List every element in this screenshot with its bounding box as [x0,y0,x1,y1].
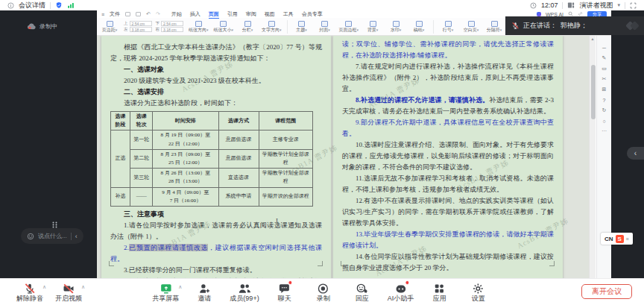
chevron-left-icon[interactable]: ‹ [75,233,78,240]
refresh-icon[interactable]: ↻ [600,107,609,113]
wps-tab-插入[interactable]: 插入 [190,10,201,19]
margin-value-input[interactable]: 3.18 cm [161,27,183,32]
toolbar-button-members[interactable]: 成员(99+) [230,282,259,302]
speaker-view-icon[interactable] [567,1,575,9]
toolbar-button-mic-muted[interactable]: ∧解除静音 [16,282,43,302]
margin-field-左[interactable]: 左3.18 cm [124,27,152,32]
wps-tab-引用[interactable]: 引用 [227,10,238,19]
doc-paragraph: 10.选课时应注意课程介绍、选课限制、面向对象。对于有先修要求的课程，应先修读先… [342,139,554,173]
margin-field-上[interactable]: 上2.54 cm [124,21,152,26]
toolbar-button-chat[interactable]: 聊天 [271,282,298,302]
toolbar-button-settings[interactable]: 设置 [465,282,492,302]
margin-field-右[interactable]: 右3.18 cm [156,27,184,32]
meeting-details-link[interactable]: 会议详情 [19,1,45,10]
doc-text-run: 10.选课时应注意课程介绍、选课限制、面向对象。对于有先修要求的课程，应先修读先… [342,141,554,171]
doc-text-run: 12.有选中不在课表显示排课时间、地点的实践实训类等课程（如认识实习/生产实习）… [342,197,554,227]
wps-tab-审阅[interactable]: 审阅 [246,10,256,19]
ribbon-button-封面[interactable]: 封面▾ [316,21,334,32]
wps-writer-window: ≡ 文件 ↶ ↷ 开始插入页面引用审阅视图工具会员专享 WPS AI 分享 [97,10,611,278]
network-signal-icon[interactable] [67,1,75,9]
history-icon[interactable]: ○ [600,118,609,124]
page-margin-mark [549,261,555,266]
chevron-down-icon: ▾ [357,28,359,32]
table-tool-icon[interactable]: ⊞ [600,87,609,92]
wps-tab-页面[interactable]: 页面 [209,10,219,19]
recording-indicator: 录制中 [27,19,57,33]
wps-tab-工具[interactable]: 工具 [283,10,294,19]
clip-icon[interactable]: ✂ [600,76,609,82]
scrollbar-thumb[interactable] [591,65,596,119]
sogou-input-icon: S [616,235,624,243]
chat-icon [279,282,291,295]
toolbar-button-record[interactable]: 录制 [310,282,337,302]
document-scrollbar[interactable]: ▲ [589,36,596,278]
toolbar-button-camera-off[interactable]: ∧开启视频 [55,282,82,302]
save-icon[interactable] [125,12,130,16]
page-margin-mark [341,261,346,266]
ime-menu-icon[interactable]: ≡ [626,236,629,242]
ribbon-label: 分栏▾ [242,28,253,32]
margin-field-下[interactable]: 下2.54 cm [156,21,184,26]
leave-meeting-button[interactable]: 离开会议 [581,284,632,299]
ribbon-button-文字方向[interactable]: 文字方向▾ [262,21,282,32]
toolbar-button-reaction[interactable]: 回应 [349,282,376,302]
ribbon-button-稿纸[interactable]: 稿纸▾ [410,21,428,32]
topbar-divider [625,2,625,9]
table-cell: 学期教学计划全部课程 [259,169,312,187]
course-selection-schedule-table: 选课 阶段选课 轮次时间安排选课方式课程范围正选第一轮8 月 19 日（09:0… [110,111,313,207]
toolbar-button-screen-share[interactable]: ∧共享屏幕 [152,282,179,302]
info-icon[interactable] [7,2,14,9]
ribbon-button-分隔符[interactable]: 分隔符▾ [485,21,503,32]
select-area-icon[interactable]: ▭ [600,66,609,72]
doc-paragraph: 8.补选通过的课程不允许退课，请谨慎补选。补选结束后，需要 2-3 天完成审核，… [342,95,554,117]
quick-chat-input[interactable]: 说点什么... [38,232,67,240]
collapse-toolbar-icon[interactable]: ─ [600,45,609,51]
view-mode-selector[interactable]: 演讲者视图 [579,1,613,10]
chevron-up-icon[interactable]: ∧ [178,284,182,290]
print-icon[interactable] [136,12,141,16]
more-icon[interactable]: ⋯ [600,128,609,134]
margin-value-input[interactable]: 2.54 cm [161,21,183,26]
wps-tab-开始[interactable]: 开始 [171,10,182,19]
chevron-down-icon[interactable]: ▾ [617,2,620,8]
ribbon-button-页边距[interactable]: 页边距▾ [101,21,119,32]
ribbon-button-纸张大小[interactable]: 纸张大小▾ [214,21,234,32]
toolbar-button-apps[interactable]: 应用 [426,282,453,302]
scroll-up-icon[interactable]: ▲ [590,36,596,42]
quick-chat-bubble[interactable]: 说点什么... ‹ [21,228,83,244]
help-icon[interactable]: ? [600,97,609,103]
collapse-panel-button[interactable]: ‹ [627,147,644,160]
ribbon-button-分栏[interactable]: 分栏▾ [239,21,256,32]
toolbar-button-label: 聊天 [278,295,291,302]
fullscreen-icon[interactable] [630,2,637,9]
undo-icon[interactable]: ↶ [146,11,151,17]
ribbon-button-背景[interactable]: 背景▾ [364,21,382,32]
pen-icon[interactable]: ✎ [600,55,609,61]
ribbon-label: 封面▾ [319,28,330,32]
toolbar-button-invite[interactable]: 邀请 [191,282,218,302]
ribbon-icon [244,21,251,27]
shield-check-icon[interactable] [55,1,63,9]
chevron-up-icon[interactable]: ∧ [42,284,46,290]
margin-value-input[interactable]: 2.54 cm [130,21,152,26]
emoji-icon[interactable] [27,230,34,243]
ribbon-button-主题[interactable]: 主题▾ [293,21,311,32]
ribbon-button-行号[interactable]: 行号▾ [439,21,457,32]
ime-indicator[interactable]: CN S ≡ [601,233,633,245]
ribbon-button-水印[interactable]: 水印▾ [387,21,405,32]
active-speaker-panel[interactable]: 正在讲话： 郭艳静； [505,16,644,35]
chevron-down-icon: ▾ [452,28,454,32]
chevron-up-icon[interactable]: ∧ [81,284,85,290]
ribbon-button-页面边框[interactable]: 页面边框▾ [339,21,359,32]
redo-icon[interactable]: ↷ [156,11,160,17]
wps-tab-视图[interactable]: 视图 [265,10,275,19]
toolbar-button-ai-assistant[interactable]: AI小助手 [388,282,414,302]
margin-value-input[interactable]: 3.18 cm [130,27,152,32]
wps-tab-会员专享[interactable]: 会员专享 [302,10,323,19]
file-menu[interactable]: 文件 [110,10,120,18]
ribbon-button-纸张方向[interactable]: 纸张方向▾ [189,21,209,32]
doc-text-run: 7.请在规定时间内进行课程补选，补选操作流程详见《本科生课程补选操作流程》（附件… [342,63,554,92]
hamburger-menu-icon[interactable]: ≡ [101,12,104,17]
ribbon-button-空白页[interactable]: 空白页▾ [462,21,480,32]
chevron-down-icon: ▾ [280,28,282,32]
